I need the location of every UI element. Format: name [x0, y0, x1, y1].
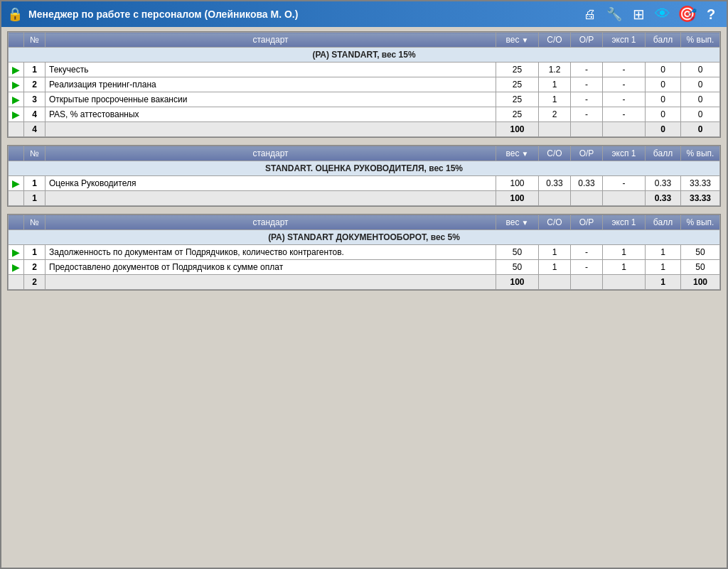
table-row[interactable]: ▶ 3 Открытые просроченные вакансии 25 1 …	[9, 92, 720, 107]
summary-ball: 0	[646, 122, 681, 137]
summary-op	[571, 275, 603, 290]
table2-col-ball: балл	[646, 146, 681, 161]
main-window: 🔒 Менеджер по работе с персоналом (Олейн…	[0, 0, 728, 569]
table3-group: (РА) STANDART ДОКУМЕНТООБОРОТ, вес 5%	[9, 230, 720, 245]
row-co: 1	[539, 245, 571, 260]
table2-col-vyp: % вып.	[681, 146, 720, 161]
row-standart: Предоставлено документов от Подрядчиков …	[46, 260, 496, 275]
row-vyp: 50	[681, 260, 720, 275]
row-standart: Открытые просроченные вакансии	[46, 92, 496, 107]
table-row[interactable]: ▶ 2 Предоставлено документов от Подрядчи…	[9, 260, 720, 275]
row-standart: Оценка Руководителя	[46, 176, 496, 191]
row-ves: 25	[496, 107, 539, 122]
table1-col-vyp: % вып.	[681, 33, 720, 48]
row-ball: 0	[646, 63, 681, 77]
app-icon: 🔒	[7, 6, 23, 22]
table-row[interactable]: ▶ 4 PAS, % аттестованных 25 2 - - 0 0	[9, 107, 720, 122]
expand-arrow[interactable]: ▶	[12, 261, 20, 273]
row-eksp[interactable]: 1	[603, 260, 646, 275]
row-ball: 0	[646, 107, 681, 122]
row-no: 3	[24, 92, 46, 107]
table3-header: № стандарт вес ▼ С/О О/Р эксп 1 балл % в	[9, 215, 720, 230]
table3-col-std: стандарт	[46, 215, 496, 230]
row-co: 1	[539, 92, 571, 107]
titlebar: 🔒 Менеджер по работе с персоналом (Олейн…	[1, 1, 727, 27]
row-op: -	[571, 107, 603, 122]
grid-icon[interactable]: ⊞	[628, 4, 648, 24]
expand-arrow[interactable]: ▶	[12, 79, 20, 90]
row-standart: PAS, % аттестованных	[46, 107, 496, 122]
row-standart: Текучесть	[46, 63, 496, 77]
row-ves: 25	[496, 63, 539, 77]
row-eksp: -	[603, 176, 646, 191]
expand-arrow[interactable]: ▶	[12, 64, 20, 75]
row-ves: 50	[496, 260, 539, 275]
summary-std	[46, 275, 496, 290]
expand-arrow[interactable]: ▶	[12, 178, 20, 189]
row-ball: 1	[646, 245, 681, 260]
table1-col-eksp: эксп 1	[603, 33, 646, 48]
summary-vyp: 33.33	[681, 191, 720, 206]
summary-no: 1	[24, 191, 46, 206]
summary-row: 4 100 0 0	[9, 122, 720, 137]
table-row[interactable]: ▶ 1 Текучесть 25 1.2 - - 0 0	[9, 63, 720, 77]
table1-col-co: С/О	[539, 33, 571, 48]
row-vyp: 0	[681, 107, 720, 122]
row-ball: 0	[646, 92, 681, 107]
row-op: -	[571, 92, 603, 107]
row-ball: 0.33	[646, 176, 681, 191]
table3-col-vyp: % вып.	[681, 215, 720, 230]
table3-col-eksp: эксп 1	[603, 215, 646, 230]
table2-col-eksp: эксп 1	[603, 146, 646, 161]
table-block-2: № стандарт вес ▼ С/О О/Р эксп 1 балл % в	[7, 145, 721, 207]
summary-ball: 0.33	[646, 191, 681, 206]
summary-vyp: 0	[681, 122, 720, 137]
row-op: -	[571, 63, 603, 77]
expand-arrow[interactable]: ▶	[12, 246, 20, 258]
row-eksp[interactable]: 1	[603, 245, 646, 260]
help-icon[interactable]: ?	[701, 4, 721, 24]
table-row[interactable]: ▶ 2 Реализация тренинг-плана 25 1 - - 0 …	[9, 77, 720, 92]
eye-icon[interactable]: 👁	[653, 4, 673, 24]
titlebar-left: 🔒 Менеджер по работе с персоналом (Олейн…	[7, 6, 298, 22]
summary-ball: 1	[646, 275, 681, 290]
table2-col-co: С/О	[539, 146, 571, 161]
row-no: 1	[24, 245, 46, 260]
row-op: 0.33	[571, 176, 603, 191]
print-icon[interactable]: 🖨	[580, 4, 600, 24]
sort-arrow-icon: ▼	[522, 36, 529, 44]
table3-col-ball: балл	[646, 215, 681, 230]
row-co: 1	[539, 260, 571, 275]
row-co: 1.2	[539, 63, 571, 77]
wrench-icon[interactable]: 🔧	[604, 4, 624, 24]
row-co: 0.33	[539, 176, 571, 191]
summary-std	[46, 122, 496, 137]
summary-std	[46, 191, 496, 206]
row-standart: Задолженность по документам от Подрядчик…	[46, 245, 496, 260]
row-vyp: 0	[681, 63, 720, 77]
expand-arrow[interactable]: ▶	[12, 109, 20, 120]
summary-vyp: 100	[681, 275, 720, 290]
table3-col-no: №	[24, 215, 46, 230]
summary-op	[571, 122, 603, 137]
table2-col-no: №	[24, 146, 46, 161]
table2-col-ves: вес ▼	[496, 146, 539, 161]
table-row[interactable]: ▶ 1 Задолженность по документам от Подря…	[9, 245, 720, 260]
row-co: 2	[539, 107, 571, 122]
row-op: -	[571, 77, 603, 92]
expand-arrow[interactable]: ▶	[12, 94, 20, 105]
table1-col-op: О/Р	[571, 33, 603, 48]
table-row[interactable]: ▶ 1 Оценка Руководителя 100 0.33 0.33 - …	[9, 176, 720, 191]
table3-col-arrow	[9, 215, 24, 230]
row-eksp: -	[603, 92, 646, 107]
sort-arrow-icon-3: ▼	[522, 219, 529, 227]
summary-ves: 100	[496, 122, 539, 137]
row-no: 2	[24, 260, 46, 275]
table2-group-title: STANDART. ОЦЕНКА РУКОВОДИТЕЛЯ, вес 15%	[9, 161, 720, 176]
row-op: -	[571, 260, 603, 275]
table1-header: № стандарт вес ▼ С/О О/Р эксп 1 балл % в	[9, 33, 720, 48]
table1-group: (РА) STANDART, вес 15%	[9, 48, 720, 63]
table1-col-no: №	[24, 33, 46, 48]
target-icon[interactable]: 🎯	[677, 4, 697, 24]
table2-col-std: стандарт	[46, 146, 496, 161]
